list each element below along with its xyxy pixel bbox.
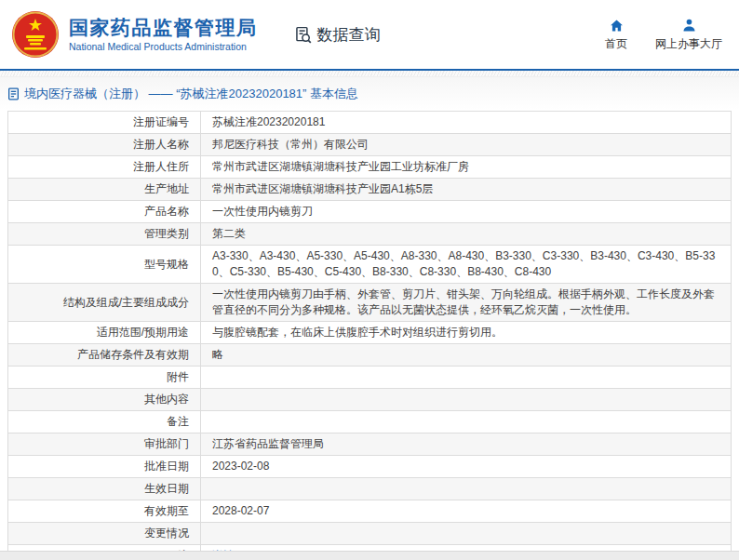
header-divider [0, 71, 739, 77]
row-value: 常州市武进区湖塘镇湖塘科技产业园A1栋5层 [201, 179, 732, 201]
table-row: 其他内容 [8, 389, 732, 411]
row-value [201, 367, 732, 389]
org-name-cn: 国家药品监督管理局 [69, 17, 258, 39]
row-label: 附件 [8, 367, 201, 389]
row-label: 注册人住所 [8, 156, 201, 179]
row-label: 备注 [8, 411, 201, 433]
row-label: 管理类别 [8, 223, 201, 246]
person-icon [681, 18, 697, 33]
table-row: 注册人名称邦尼医疗科技（常州）有限公司 [8, 134, 732, 156]
nav-home-label: 首页 [605, 36, 627, 52]
row-value: 第二类 [201, 223, 732, 246]
table-row: 备注 [8, 411, 732, 433]
row-value: 一次性使用内镜剪刀 [201, 201, 732, 223]
row-label: 变更情况 [8, 523, 201, 545]
org-names: 国家药品监督管理局 National Medical Products Admi… [69, 17, 258, 52]
table-row: 变更情况 [8, 523, 732, 545]
row-value [201, 389, 732, 411]
row-label: 注册证编号 [8, 112, 201, 134]
table-row: 生产地址常州市武进区湖塘镇湖塘科技产业园A1栋5层 [8, 179, 732, 201]
table-row: 注册证编号苏械注准20232020181 [8, 112, 732, 134]
nav-service-hall-label: 网上办事大厅 [655, 36, 722, 52]
table-row: 生效日期 [8, 478, 732, 500]
org-name-en: National Medical Products Administration [69, 41, 258, 52]
row-label: 审批部门 [8, 433, 201, 456]
national-emblem-icon [11, 10, 60, 59]
table-row: 有效期至2028-02-07 [8, 500, 732, 523]
row-value [201, 523, 732, 545]
table-row: 注册人住所常州市武进区湖塘镇湖塘科技产业园工业坊标准厂房 [8, 156, 732, 179]
row-value: 苏械注准20232020181 [201, 112, 732, 134]
row-value: 2028-02-07 [201, 500, 732, 523]
detail-table-body: 注册证编号苏械注准20232020181注册人名称邦尼医疗科技（常州）有限公司注… [8, 112, 732, 560]
row-label: 批准日期 [8, 456, 201, 478]
site-header: 国家药品监督管理局 National Medical Products Admi… [0, 0, 739, 71]
row-label: 产品储存条件及有效期 [8, 344, 201, 367]
row-label: 其他内容 [8, 389, 201, 411]
home-icon [609, 18, 625, 33]
table-row: 适用范围/预期用途与腹腔镜配套，在临床上供腹腔手术时对组织进行剪切用。 [8, 322, 732, 344]
footer-band [0, 551, 739, 560]
row-value: 一次性使用内镜剪刀由手柄、外套管、剪刀片、钳头架、万向轮组成。根据手柄外观、工作… [201, 284, 732, 322]
row-value: 2023-02-08 [201, 456, 732, 478]
row-value: 与腹腔镜配套，在临床上供腹腔手术时对组织进行剪切用。 [201, 322, 732, 344]
table-row: 管理类别第二类 [8, 223, 732, 246]
row-label: 结构及组成/主要组成成分 [8, 284, 201, 322]
table-row: 结构及组成/主要组成成分一次性使用内镜剪刀由手柄、外套管、剪刀片、钳头架、万向轮… [8, 284, 732, 322]
nmpa-logo[interactable]: 国家药品监督管理局 National Medical Products Admi… [11, 10, 258, 59]
row-value: 略 [201, 344, 732, 367]
row-label: 有效期至 [8, 500, 201, 523]
row-value [201, 478, 732, 500]
row-label: 适用范围/预期用途 [8, 322, 201, 344]
detail-table: 注册证编号苏械注准20232020181注册人名称邦尼医疗科技（常州）有限公司注… [7, 111, 732, 560]
page-title: 境内医疗器械（注册） —— “苏械注准20232020181” 基本信息 [24, 86, 358, 102]
row-label: 注册人名称 [8, 134, 201, 156]
breadcrumb: 境内医疗器械（注册） —— “苏械注准20232020181” 基本信息 [0, 77, 739, 110]
table-row: 产品储存条件及有效期略 [8, 344, 732, 367]
nav-home[interactable]: 首页 [605, 18, 627, 52]
row-value: 邦尼医疗科技（常州）有限公司 [201, 134, 732, 156]
document-icon [7, 87, 20, 100]
data-query-title[interactable]: 数据查询 [293, 24, 381, 46]
header-nav: 首页 网上办事大厅 [605, 18, 722, 52]
table-row: 批准日期2023-02-08 [8, 456, 732, 478]
table-row: 审批部门江苏省药品监督管理局 [8, 433, 732, 456]
nav-service-hall[interactable]: 网上办事大厅 [655, 18, 722, 52]
data-query-icon [293, 25, 313, 45]
data-query-label: 数据查询 [317, 24, 381, 46]
row-value [201, 411, 732, 433]
table-row: 附件 [8, 367, 732, 389]
row-label: 生产地址 [8, 179, 201, 201]
row-label: 型号规格 [8, 246, 201, 284]
row-label: 生效日期 [8, 478, 201, 500]
table-row: 产品名称一次性使用内镜剪刀 [8, 201, 732, 223]
row-value: A3-330、A3-430、A5-330、A5-430、A8-330、A8-43… [201, 246, 732, 284]
row-value: 常州市武进区湖塘镇湖塘科技产业园工业坊标准厂房 [201, 156, 732, 179]
table-row: 型号规格A3-330、A3-430、A5-330、A5-430、A8-330、A… [8, 246, 732, 284]
row-label: 产品名称 [8, 201, 201, 223]
row-value: 江苏省药品监督管理局 [201, 433, 732, 456]
